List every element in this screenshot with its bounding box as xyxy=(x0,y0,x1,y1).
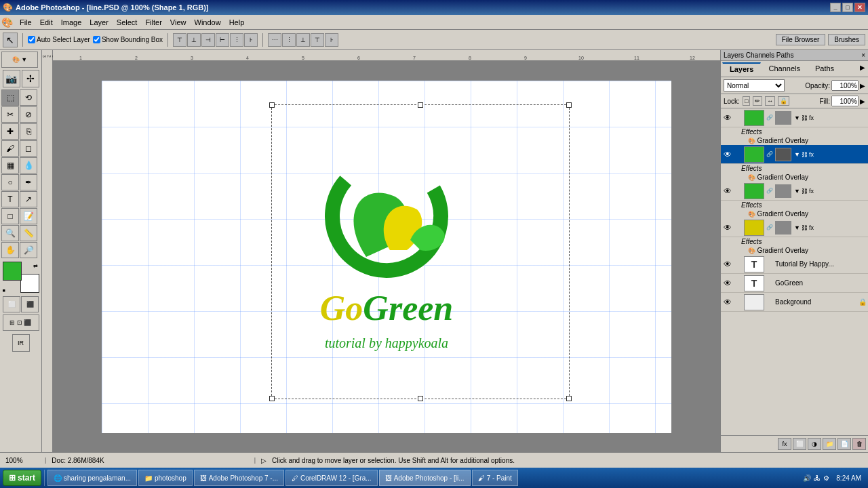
dist-left[interactable]: ⊤ xyxy=(311,33,324,47)
start-button[interactable]: ⊞ start xyxy=(3,470,41,486)
brushes-button[interactable]: Brushes xyxy=(828,34,865,45)
layer-item-text1[interactable]: 👁 T Tutorial By Happy... xyxy=(721,255,868,274)
effect-name-shape3[interactable]: Gradient Overlay xyxy=(757,210,809,218)
delete-layer-button[interactable]: 🗑 xyxy=(852,438,866,450)
tool-blur[interactable]: 💧 xyxy=(20,157,37,174)
align-hcenter[interactable]: ⋮ xyxy=(230,33,243,47)
title-controls[interactable]: _ □ ✕ xyxy=(830,3,865,12)
align-right[interactable]: ⊦ xyxy=(244,33,258,47)
standard-mode[interactable]: ⬜ xyxy=(3,296,20,312)
show-bounding-label[interactable]: Show Bounding Box xyxy=(93,36,163,43)
tool-heal[interactable]: ✚ xyxy=(1,123,19,140)
tool-dodge[interactable]: ○ xyxy=(1,174,19,190)
minimize-button[interactable]: _ xyxy=(830,3,841,12)
layer-chain-shape1[interactable]: ⛓ xyxy=(802,115,808,121)
menu-filter[interactable]: Filter xyxy=(141,17,165,28)
taskbar-item-0[interactable]: 🌐 sharing pengalaman... xyxy=(47,470,137,486)
menu-window[interactable]: Window xyxy=(191,17,225,28)
layer-chevron-shape2[interactable]: ▼ xyxy=(794,151,800,158)
close-button[interactable]: ✕ xyxy=(854,3,865,12)
align-left[interactable]: ⊢ xyxy=(216,33,229,47)
layer-eye-background[interactable]: 👁 xyxy=(722,297,733,308)
panel-menu-button[interactable]: ▶ xyxy=(859,62,867,75)
menu-select[interactable]: Select xyxy=(113,17,142,28)
tool-notes[interactable]: 📝 xyxy=(20,208,37,224)
blend-mode-select[interactable]: Normal Multiply Screen xyxy=(724,79,785,92)
group-layers-button[interactable]: 📁 xyxy=(823,438,836,450)
layer-item-shape1[interactable]: 👁 🔗 ▼ ⛓ fx xyxy=(721,108,868,127)
layer-eye-shape1[interactable]: 👁 xyxy=(722,113,733,123)
dist-vcenter[interactable]: ⋮ xyxy=(282,33,296,47)
layer-chevron-shape4[interactable]: ▼ xyxy=(794,224,800,231)
taskbar-item-1[interactable]: 📁 photoshop xyxy=(138,470,193,486)
layer-item-shape2[interactable]: 👁 🔗 ▼ ⛓ fx xyxy=(721,145,868,164)
tool-shape[interactable]: □ xyxy=(1,208,19,224)
dist-bottom[interactable]: ⊥ xyxy=(296,33,310,47)
effect-name-shape2[interactable]: Gradient Overlay xyxy=(757,174,809,181)
tool-brush[interactable]: 🖌 xyxy=(1,140,19,157)
layer-chevron-shape3[interactable]: ▼ xyxy=(794,188,800,195)
layer-eye-shape4[interactable]: 👁 xyxy=(722,222,733,233)
lock-all[interactable]: 🔒 xyxy=(778,96,789,106)
tool-gradient[interactable]: ▦ xyxy=(1,157,19,174)
auto-select-checkbox[interactable] xyxy=(28,36,35,43)
menu-edit[interactable]: Edit xyxy=(36,17,57,28)
tool-zoom[interactable]: 🔎 xyxy=(20,242,37,258)
taskbar-item-3[interactable]: 🖊 CorelDRAW 12 - [Gra... xyxy=(285,470,378,486)
tool-lasso[interactable]: ⟲ xyxy=(20,89,37,106)
layer-style-button[interactable]: fx xyxy=(778,438,791,450)
tool-camera[interactable]: 📷 xyxy=(3,70,20,87)
menu-view[interactable]: View xyxy=(166,17,191,28)
default-colors[interactable]: ■ xyxy=(3,288,5,293)
fill-input[interactable] xyxy=(831,96,859,106)
show-bounding-checkbox[interactable] xyxy=(93,36,100,43)
menu-layer[interactable]: Layer xyxy=(85,17,113,28)
tool-hand[interactable]: ✋ xyxy=(1,242,19,258)
layer-item-background[interactable]: 👁 Background 🔒 xyxy=(721,293,868,312)
align-bottom[interactable]: ⊣ xyxy=(201,33,215,47)
canvas[interactable]: GoGreen tutorial by happykoala xyxy=(102,81,671,433)
tool-eraser[interactable]: ◻ xyxy=(20,140,37,157)
file-browser-button[interactable]: File Browser xyxy=(776,34,826,45)
screen-mode-btn[interactable]: ⊞ ⊡ ⬛ xyxy=(3,314,39,331)
layer-eye-text1[interactable]: 👁 xyxy=(722,259,733,270)
lock-position[interactable]: ↔ xyxy=(765,96,775,106)
tool-eyedropper[interactable]: 🔍 xyxy=(1,225,19,241)
tool-text[interactable]: T xyxy=(1,191,19,207)
tool-brush-preset[interactable]: 🎨 ▼ xyxy=(1,52,38,68)
layer-style-shape3[interactable]: fx xyxy=(809,188,814,195)
tab-channels[interactable]: Channels xyxy=(761,62,807,75)
jump-to-imageready[interactable]: IR xyxy=(12,334,30,352)
taskbar-item-5[interactable]: 🖌 7 - Paint xyxy=(472,470,518,486)
lock-transparency[interactable]: □ xyxy=(743,96,750,106)
tool-select[interactable]: ⬚ xyxy=(1,89,19,106)
layer-chain-shape4[interactable]: ⛓ xyxy=(802,224,808,231)
layer-item-shape3[interactable]: 👁 🔗 ▼ ⛓ fx xyxy=(721,182,868,201)
move-tool-options[interactable]: ↖ xyxy=(3,33,18,47)
tab-layers[interactable]: Layers xyxy=(722,62,761,75)
align-top[interactable]: ⊤ xyxy=(173,33,186,47)
tool-stamp[interactable]: ⎘ xyxy=(20,123,37,140)
layer-style-shape1[interactable]: fx xyxy=(809,115,814,121)
tool-slice[interactable]: ⊘ xyxy=(20,106,37,123)
layer-eye-text2[interactable]: 👁 xyxy=(722,278,733,289)
align-vcenter[interactable]: ⊥ xyxy=(187,33,201,47)
layer-style-shape2[interactable]: fx xyxy=(809,151,814,158)
tool-move[interactable]: ✢ xyxy=(22,70,39,87)
new-layer-button[interactable]: 📄 xyxy=(837,438,851,450)
adjustment-layer-button[interactable]: ◑ xyxy=(808,438,821,450)
layer-item-shape4[interactable]: 👁 🔗 ▼ ⛓ fx xyxy=(721,218,868,237)
tab-paths[interactable]: Paths xyxy=(808,62,842,75)
opacity-arrow[interactable]: ▶ xyxy=(860,82,865,89)
layer-chain-shape2[interactable]: ⛓ xyxy=(802,151,808,158)
swap-colors[interactable]: ⇄ xyxy=(33,263,38,269)
lock-image[interactable]: ✏ xyxy=(753,96,762,106)
layer-eye-shape2[interactable]: 👁 xyxy=(722,149,733,160)
taskbar-item-4[interactable]: 🖼 Adobe Photoshop - [li... xyxy=(379,470,471,486)
tool-crop[interactable]: ✂ xyxy=(1,106,19,123)
menu-image[interactable]: Image xyxy=(57,17,86,28)
panel-close-button[interactable]: × xyxy=(861,52,865,59)
layer-mask-button[interactable]: ⬜ xyxy=(793,438,806,450)
fill-arrow[interactable]: ▶ xyxy=(860,98,865,105)
opacity-input[interactable] xyxy=(831,80,859,91)
